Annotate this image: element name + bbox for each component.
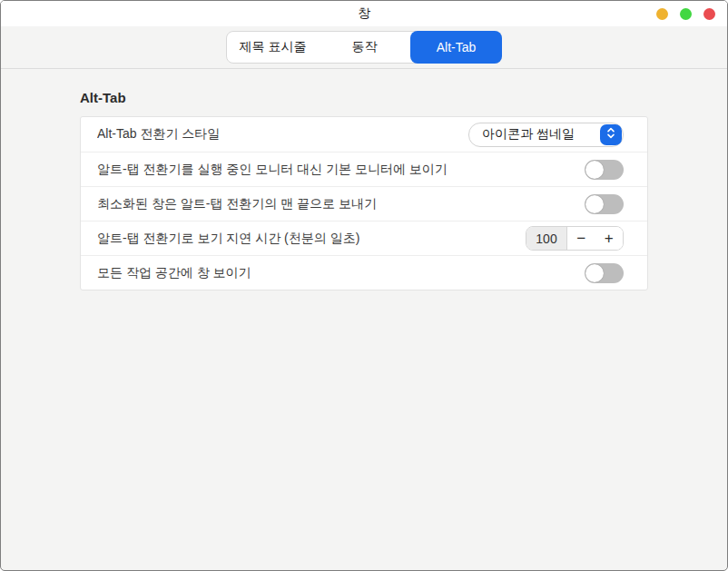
- content-area: Alt-Tab Alt-Tab 전환기 스타일 아이콘과 썸네일: [1, 69, 727, 570]
- titlebar: 창: [1, 1, 727, 26]
- setting-label: 최소화된 창은 알트-탭 전환기의 맨 끝으로 보내기: [97, 196, 585, 212]
- setting-label: 알트-탭 전환기를 실행 중인 모니터 대신 기본 모니터에 보이기: [97, 162, 585, 178]
- tab-titlebar[interactable]: 제목 표시줄: [227, 32, 319, 63]
- setting-label: 모든 작업 공간에 창 보이기: [97, 265, 585, 281]
- tab-bar: 제목 표시줄 동작 Alt-Tab: [1, 26, 727, 69]
- switcher-style-select[interactable]: 아이콘과 썸네일: [468, 123, 624, 147]
- primary-monitor-toggle[interactable]: [585, 160, 624, 180]
- settings-window: 창 제목 표시줄 동작 Alt-Tab Alt-Tab Alt-Tab 전환기 …: [0, 0, 728, 571]
- toggle-knob: [585, 161, 604, 179]
- window-title: 창: [358, 5, 370, 22]
- toggle-knob: [585, 195, 604, 213]
- tab-behavior[interactable]: 동작: [319, 32, 410, 63]
- delay-stepper: 100 − +: [526, 226, 624, 251]
- close-button[interactable]: [703, 8, 715, 20]
- increment-button[interactable]: +: [595, 227, 624, 250]
- window-controls: [656, 1, 715, 26]
- setting-row-minimized-to-end: 최소화된 창은 알트-탭 전환기의 맨 끝으로 보내기: [81, 186, 647, 221]
- tab-group: 제목 표시줄 동작 Alt-Tab: [226, 31, 502, 64]
- maximize-button[interactable]: [680, 8, 692, 20]
- section-title: Alt-Tab: [80, 90, 648, 105]
- setting-row-primary-monitor: 알트-탭 전환기를 실행 중인 모니터 대신 기본 모니터에 보이기: [81, 152, 647, 186]
- setting-row-delay: 알트-탭 전환기로 보기 지연 시간 (천분의 일초) 100 − +: [81, 221, 647, 255]
- select-chevron-button[interactable]: [600, 124, 622, 145]
- delay-value-field[interactable]: 100: [526, 227, 567, 250]
- settings-card: Alt-Tab 전환기 스타일 아이콘과 썸네일 알트-탭: [80, 116, 648, 290]
- setting-row-all-workspaces: 모든 작업 공간에 창 보이기: [81, 255, 647, 290]
- minimize-button[interactable]: [656, 8, 668, 20]
- select-value: 아이콘과 썸네일: [469, 126, 600, 143]
- toggle-knob: [585, 264, 604, 282]
- setting-row-switcher-style: Alt-Tab 전환기 스타일 아이콘과 썸네일: [81, 117, 647, 152]
- decrement-button[interactable]: −: [567, 227, 595, 250]
- setting-label: 알트-탭 전환기로 보기 지연 시간 (천분의 일초): [97, 231, 526, 247]
- all-workspaces-toggle[interactable]: [585, 263, 624, 283]
- tab-alt-tab[interactable]: Alt-Tab: [410, 31, 502, 64]
- updown-chevron-icon: [606, 126, 615, 143]
- setting-label: Alt-Tab 전환기 스타일: [97, 126, 468, 143]
- minimized-to-end-toggle[interactable]: [585, 194, 624, 214]
